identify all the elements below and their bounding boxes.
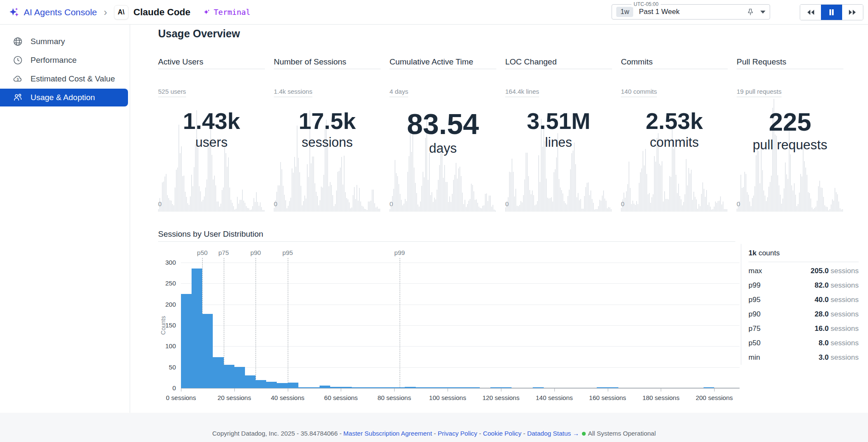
terminal-tag[interactable]: Terminal (203, 8, 250, 17)
sparkline-bar (663, 201, 664, 212)
sparkline-bar (396, 173, 397, 212)
time-step-back-button[interactable] (800, 5, 821, 20)
sparkline-bar (635, 205, 636, 212)
sidebar-item-usage-adoption[interactable]: Usage & Adoption (0, 89, 128, 106)
card-sparkline-chart: 140 commits02.53kcommits (621, 69, 728, 212)
sparkline-bar (701, 194, 702, 212)
sidebar-item-label: Estimated Cost & Value (31, 74, 115, 84)
footer-link-privacy-policy[interactable]: Privacy Policy (438, 430, 477, 437)
sparkline-bar (314, 183, 315, 212)
sparkline-bar (292, 168, 292, 212)
metric-cards-row: Active Users525 users01.43kusersNumber o… (158, 57, 843, 214)
sparkline-bar (400, 194, 401, 212)
card-axis-zero-label: 0 (737, 200, 740, 207)
sparkline-bar (415, 183, 416, 212)
sparkline-bar (362, 206, 362, 212)
sparkline-bar (222, 190, 223, 212)
footer-link-datadog-status[interactable]: Datadog Status (527, 430, 571, 437)
sparkline-bar (688, 168, 689, 212)
card-metric-unit: users (158, 135, 265, 150)
sparkline-bar (700, 206, 701, 212)
sparkline-bar (465, 200, 465, 212)
sparkline-bar (163, 182, 164, 212)
y-axis-tick-label: 50 (153, 364, 176, 371)
sparkline-bar (584, 196, 585, 212)
sparkline-bar (293, 173, 294, 212)
card-metric: 3.51Mlines (505, 109, 612, 150)
sparkline-bar (435, 199, 436, 212)
terminal-sparkle-icon (203, 8, 211, 16)
sparkline-bar (678, 184, 679, 212)
sparkline-bar (763, 190, 764, 212)
histogram-bar (426, 387, 437, 388)
sidebar-item-performance[interactable]: Performance (0, 51, 130, 69)
distribution-summary-panel: 1k counts max205.0 sessionsp9982.0 sessi… (741, 244, 865, 365)
metric-card-pull-requests[interactable]: Pull Requests19 pull requests0225pull re… (737, 57, 843, 212)
main-content: Usage Overview Active Users525 users01.4… (130, 24, 868, 413)
card-metric-unit: pull requests (737, 137, 843, 153)
app-title-link[interactable]: AI Agents Console (24, 7, 97, 17)
sparkline-bar (594, 210, 595, 212)
sparkline-bar (781, 204, 782, 212)
sidebar-item-estimated-cost-value[interactable]: $Estimated Cost & Value (0, 70, 130, 88)
sparkline-bar (706, 190, 707, 212)
sparkline-bar (814, 208, 815, 212)
card-metric-value: 2.53k (621, 109, 728, 133)
sparkline-bar (318, 205, 319, 212)
metric-card-number-of-sessions[interactable]: Number of Sessions1.4k sessions017.5kses… (274, 57, 381, 212)
histogram-bar (362, 387, 373, 388)
pause-button[interactable] (821, 5, 842, 20)
sparkline-bar (261, 207, 262, 212)
sparkline-bar (690, 173, 690, 212)
histogram-bar (234, 367, 245, 388)
metric-card-active-users[interactable]: Active Users525 users01.43kusers (158, 57, 265, 212)
sparkline-bar (704, 189, 704, 212)
metric-card-cumulative-active-time[interactable]: Cumulative Active Time4 days083.54days (389, 57, 496, 212)
sparkline-bar (262, 210, 263, 212)
sparkline-bar (443, 178, 444, 212)
sparkline-bar (782, 199, 783, 212)
sparkline-bar (168, 198, 169, 212)
metric-card-loc-changed[interactable]: LOC Changed164.4k lines03.51Mlines (505, 57, 612, 212)
card-axis-max-label: 525 users (158, 88, 186, 97)
footer-link-master-subscription-agreement[interactable]: Master Subscription Agreement (343, 430, 432, 437)
metric-card-commits[interactable]: Commits140 commits02.53kcommits (621, 57, 728, 212)
sparkline-bar (452, 194, 453, 212)
chevron-down-icon[interactable] (760, 11, 765, 14)
sparkline-bar (756, 155, 757, 212)
card-metric-unit: commits (621, 135, 728, 150)
card-sparkline-chart: 164.4k lines03.51Mlines (505, 69, 612, 212)
sparkline-bar (171, 201, 172, 212)
sparkline-bar (682, 205, 683, 212)
sparkline-bar (627, 184, 628, 212)
skip-forward-icon (848, 9, 857, 15)
sparkline-bar (515, 189, 516, 212)
footer-link-cookie-policy[interactable]: Cookie Policy (483, 430, 521, 437)
sparkline-bar (760, 183, 760, 212)
sparkline-bar (580, 199, 581, 212)
sparkline-bar (532, 190, 533, 212)
sparkline-bar (529, 190, 530, 212)
sidebar-item-summary[interactable]: Summary (0, 33, 130, 50)
card-axis-max-label: 164.4k lines (505, 88, 539, 97)
time-range-chip: 1w (616, 7, 633, 17)
sparkline-bar (253, 198, 254, 212)
sparkline-bar (173, 205, 174, 212)
sparkline-bar (457, 179, 458, 212)
gridline (181, 325, 740, 326)
sparkline-bar (817, 201, 818, 212)
histogram-bar (405, 387, 415, 388)
sparkline-bar (697, 209, 698, 212)
card-title: Active Users (158, 57, 265, 69)
sparkline-bar (625, 198, 626, 212)
sparkline-bar (365, 209, 366, 212)
stat-row-min: min3.0 sessions (748, 350, 859, 365)
sparkline-bar (225, 153, 226, 212)
time-range-selector[interactable]: UTC-05:00 1w Past 1 Week (612, 4, 770, 20)
sparkline-bar (660, 165, 661, 212)
pin-icon[interactable] (746, 8, 754, 16)
time-step-forward-button[interactable] (842, 5, 863, 20)
sparkline-bar (304, 196, 305, 212)
sparkline-bar (442, 151, 442, 212)
stat-label: max (748, 267, 762, 275)
